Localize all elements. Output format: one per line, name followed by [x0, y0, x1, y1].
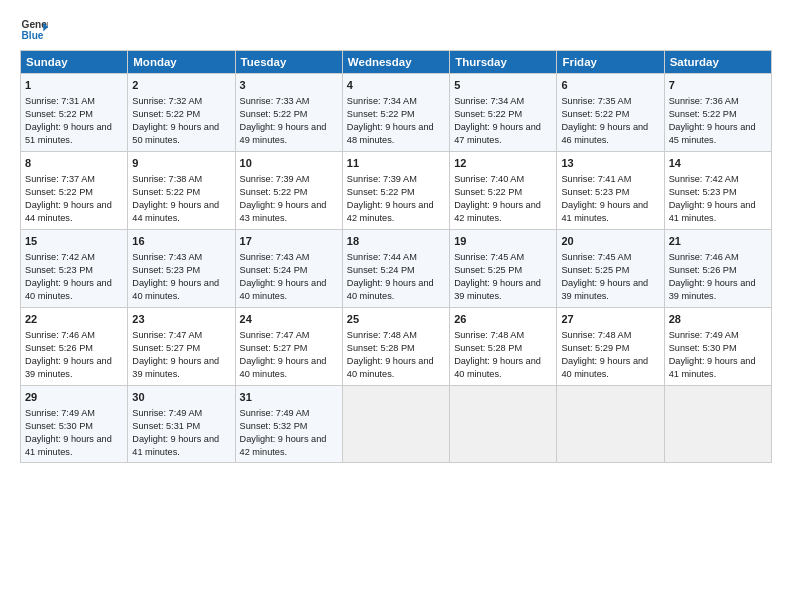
sunrise: Sunrise: 7:43 AM [240, 252, 310, 262]
calendar-cell: 23Sunrise: 7:47 AMSunset: 5:27 PMDayligh… [128, 307, 235, 385]
calendar-cell [664, 385, 771, 463]
sunrise: Sunrise: 7:40 AM [454, 174, 524, 184]
svg-text:Blue: Blue [22, 30, 44, 41]
sunrise: Sunrise: 7:49 AM [240, 408, 310, 418]
daylight: Daylight: 9 hours and 41 minutes. [25, 434, 112, 457]
sunset: Sunset: 5:24 PM [347, 265, 415, 275]
sunset: Sunset: 5:25 PM [561, 265, 629, 275]
sunrise: Sunrise: 7:47 AM [240, 330, 310, 340]
calendar-cell: 12Sunrise: 7:40 AMSunset: 5:22 PMDayligh… [450, 151, 557, 229]
day-number: 9 [132, 156, 230, 171]
daylight: Daylight: 9 hours and 44 minutes. [25, 200, 112, 223]
day-number: 19 [454, 234, 552, 249]
sunset: Sunset: 5:22 PM [132, 187, 200, 197]
calendar-cell: 2Sunrise: 7:32 AMSunset: 5:22 PMDaylight… [128, 74, 235, 152]
daylight: Daylight: 9 hours and 40 minutes. [25, 278, 112, 301]
calendar-cell: 11Sunrise: 7:39 AMSunset: 5:22 PMDayligh… [342, 151, 449, 229]
day-number: 26 [454, 312, 552, 327]
sunrise: Sunrise: 7:34 AM [454, 96, 524, 106]
day-header-friday: Friday [557, 51, 664, 74]
calendar-cell: 7Sunrise: 7:36 AMSunset: 5:22 PMDaylight… [664, 74, 771, 152]
sunset: Sunset: 5:22 PM [561, 109, 629, 119]
sunrise: Sunrise: 7:35 AM [561, 96, 631, 106]
calendar-cell: 5Sunrise: 7:34 AMSunset: 5:22 PMDaylight… [450, 74, 557, 152]
calendar-cell [450, 385, 557, 463]
calendar-cell: 1Sunrise: 7:31 AMSunset: 5:22 PMDaylight… [21, 74, 128, 152]
sunrise: Sunrise: 7:39 AM [240, 174, 310, 184]
calendar-cell [557, 385, 664, 463]
calendar-cell: 29Sunrise: 7:49 AMSunset: 5:30 PMDayligh… [21, 385, 128, 463]
daylight: Daylight: 9 hours and 46 minutes. [561, 122, 648, 145]
sunrise: Sunrise: 7:48 AM [454, 330, 524, 340]
sunrise: Sunrise: 7:48 AM [561, 330, 631, 340]
day-number: 30 [132, 390, 230, 405]
sunset: Sunset: 5:22 PM [347, 109, 415, 119]
calendar-cell: 24Sunrise: 7:47 AMSunset: 5:27 PMDayligh… [235, 307, 342, 385]
day-number: 2 [132, 78, 230, 93]
day-number: 11 [347, 156, 445, 171]
calendar-week-1: 1Sunrise: 7:31 AMSunset: 5:22 PMDaylight… [21, 74, 772, 152]
sunset: Sunset: 5:23 PM [25, 265, 93, 275]
sunset: Sunset: 5:31 PM [132, 421, 200, 431]
calendar-cell: 15Sunrise: 7:42 AMSunset: 5:23 PMDayligh… [21, 229, 128, 307]
calendar-cell: 20Sunrise: 7:45 AMSunset: 5:25 PMDayligh… [557, 229, 664, 307]
sunrise: Sunrise: 7:49 AM [669, 330, 739, 340]
day-header-wednesday: Wednesday [342, 51, 449, 74]
day-number: 13 [561, 156, 659, 171]
sunrise: Sunrise: 7:49 AM [25, 408, 95, 418]
sunset: Sunset: 5:28 PM [454, 343, 522, 353]
sunrise: Sunrise: 7:42 AM [669, 174, 739, 184]
daylight: Daylight: 9 hours and 45 minutes. [669, 122, 756, 145]
calendar-cell: 17Sunrise: 7:43 AMSunset: 5:24 PMDayligh… [235, 229, 342, 307]
calendar-cell: 9Sunrise: 7:38 AMSunset: 5:22 PMDaylight… [128, 151, 235, 229]
daylight: Daylight: 9 hours and 39 minutes. [561, 278, 648, 301]
sunset: Sunset: 5:30 PM [669, 343, 737, 353]
sunrise: Sunrise: 7:39 AM [347, 174, 417, 184]
day-number: 20 [561, 234, 659, 249]
sunset: Sunset: 5:23 PM [561, 187, 629, 197]
sunrise: Sunrise: 7:42 AM [25, 252, 95, 262]
calendar-cell: 16Sunrise: 7:43 AMSunset: 5:23 PMDayligh… [128, 229, 235, 307]
daylight: Daylight: 9 hours and 40 minutes. [240, 278, 327, 301]
sunset: Sunset: 5:22 PM [347, 187, 415, 197]
sunset: Sunset: 5:29 PM [561, 343, 629, 353]
daylight: Daylight: 9 hours and 42 minutes. [240, 434, 327, 457]
daylight: Daylight: 9 hours and 42 minutes. [347, 200, 434, 223]
day-number: 24 [240, 312, 338, 327]
day-number: 5 [454, 78, 552, 93]
daylight: Daylight: 9 hours and 40 minutes. [347, 356, 434, 379]
logo-icon: General Blue [20, 16, 48, 44]
calendar-cell: 25Sunrise: 7:48 AMSunset: 5:28 PMDayligh… [342, 307, 449, 385]
calendar-cell: 13Sunrise: 7:41 AMSunset: 5:23 PMDayligh… [557, 151, 664, 229]
logo: General Blue [20, 16, 48, 44]
day-header-sunday: Sunday [21, 51, 128, 74]
day-number: 31 [240, 390, 338, 405]
daylight: Daylight: 9 hours and 48 minutes. [347, 122, 434, 145]
calendar-cell: 4Sunrise: 7:34 AMSunset: 5:22 PMDaylight… [342, 74, 449, 152]
calendar-cell: 31Sunrise: 7:49 AMSunset: 5:32 PMDayligh… [235, 385, 342, 463]
daylight: Daylight: 9 hours and 41 minutes. [561, 200, 648, 223]
day-number: 28 [669, 312, 767, 327]
daylight: Daylight: 9 hours and 44 minutes. [132, 200, 219, 223]
sunset: Sunset: 5:23 PM [669, 187, 737, 197]
daylight: Daylight: 9 hours and 39 minutes. [25, 356, 112, 379]
calendar-cell: 30Sunrise: 7:49 AMSunset: 5:31 PMDayligh… [128, 385, 235, 463]
day-number: 4 [347, 78, 445, 93]
daylight: Daylight: 9 hours and 39 minutes. [132, 356, 219, 379]
daylight: Daylight: 9 hours and 41 minutes. [669, 200, 756, 223]
calendar-cell: 14Sunrise: 7:42 AMSunset: 5:23 PMDayligh… [664, 151, 771, 229]
sunset: Sunset: 5:22 PM [454, 187, 522, 197]
sunrise: Sunrise: 7:46 AM [669, 252, 739, 262]
calendar-cell: 18Sunrise: 7:44 AMSunset: 5:24 PMDayligh… [342, 229, 449, 307]
day-header-tuesday: Tuesday [235, 51, 342, 74]
day-number: 12 [454, 156, 552, 171]
sunset: Sunset: 5:23 PM [132, 265, 200, 275]
day-number: 10 [240, 156, 338, 171]
sunrise: Sunrise: 7:45 AM [561, 252, 631, 262]
sunset: Sunset: 5:22 PM [669, 109, 737, 119]
calendar-cell: 22Sunrise: 7:46 AMSunset: 5:26 PMDayligh… [21, 307, 128, 385]
day-header-thursday: Thursday [450, 51, 557, 74]
calendar-cell: 10Sunrise: 7:39 AMSunset: 5:22 PMDayligh… [235, 151, 342, 229]
calendar-cell: 19Sunrise: 7:45 AMSunset: 5:25 PMDayligh… [450, 229, 557, 307]
sunrise: Sunrise: 7:45 AM [454, 252, 524, 262]
